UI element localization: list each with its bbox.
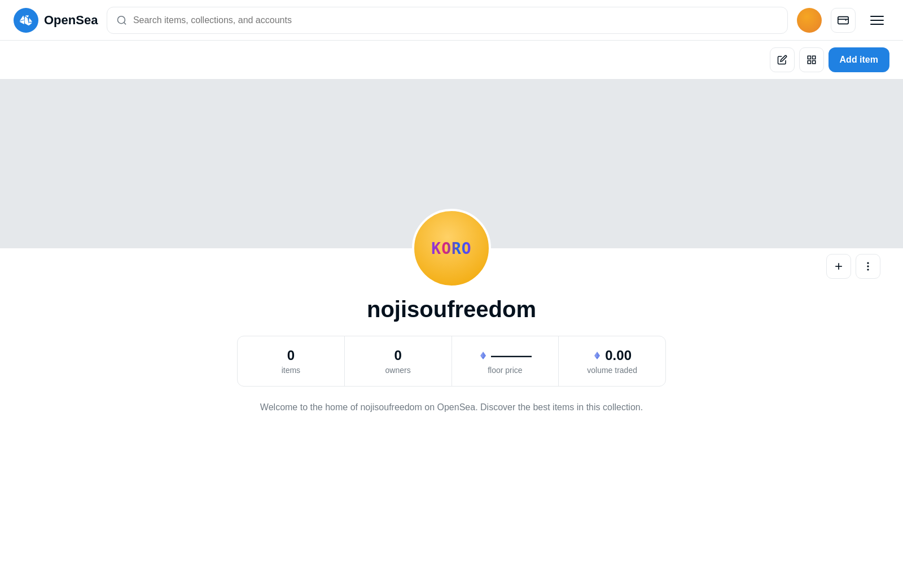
navbar: OpenSea xyxy=(0,0,903,41)
stat-floor-price: ——— floor price xyxy=(452,336,559,386)
svg-point-10 xyxy=(867,262,869,264)
collection-description: Welcome to the home of nojisoufreedom on… xyxy=(260,400,643,415)
svg-point-12 xyxy=(867,269,869,270)
hamburger-line xyxy=(870,24,884,25)
hamburger-menu-button[interactable] xyxy=(865,8,889,33)
add-to-watchlist-button[interactable] xyxy=(826,254,851,279)
stats-bar: 0 items 0 owners ——— floor price xyxy=(237,336,666,387)
floor-price-label: floor price xyxy=(488,366,522,375)
stat-owners: 0 owners xyxy=(345,336,452,386)
nav-right xyxy=(797,8,889,33)
eth-icon-volume xyxy=(593,351,602,360)
wallet-icon xyxy=(837,14,849,27)
collection-logo: KORO xyxy=(412,209,491,288)
owners-value: 0 xyxy=(394,348,401,363)
volume-traded-label: volume traded xyxy=(587,366,637,375)
items-label: items xyxy=(282,366,300,375)
collection-name: nojisoufreedom xyxy=(367,297,536,322)
avatar[interactable] xyxy=(797,8,822,33)
svg-point-1 xyxy=(118,16,125,23)
collection-actions xyxy=(826,254,880,279)
toolbar: Add item xyxy=(0,41,903,79)
svg-rect-3 xyxy=(838,16,848,24)
svg-line-2 xyxy=(124,22,126,24)
plus-icon xyxy=(833,261,844,272)
opensea-logo-text: OpenSea xyxy=(44,13,98,28)
edit-button[interactable] xyxy=(770,47,795,72)
svg-rect-7 xyxy=(812,61,815,64)
floor-price-value: ——— xyxy=(479,348,532,363)
eth-icon xyxy=(479,351,488,360)
more-options-button[interactable] xyxy=(856,254,880,279)
svg-rect-6 xyxy=(808,61,810,64)
search-icon xyxy=(116,15,128,26)
grid-view-button[interactable] xyxy=(799,47,824,72)
volume-traded-value: 0.00 xyxy=(593,348,632,363)
collection-logo-text: KORO xyxy=(431,239,471,258)
grid-icon xyxy=(806,55,817,65)
profile-section: KORO nojisoufreedom 0 items 0 owners xyxy=(0,248,903,426)
stat-items: 0 items xyxy=(238,336,345,386)
hamburger-line xyxy=(870,20,884,21)
svg-rect-5 xyxy=(812,56,815,59)
wallet-button[interactable] xyxy=(831,8,856,33)
pencil-icon xyxy=(777,55,787,65)
opensea-logo-icon xyxy=(14,8,38,33)
svg-point-11 xyxy=(867,266,869,267)
owners-label: owners xyxy=(385,366,411,375)
search-input[interactable] xyxy=(133,15,778,25)
opensea-logo[interactable]: OpenSea xyxy=(14,8,98,33)
dots-vertical-icon xyxy=(862,261,874,272)
hamburger-line xyxy=(870,16,884,17)
stat-volume-traded: 0.00 volume traded xyxy=(559,336,665,386)
items-value: 0 xyxy=(287,348,295,363)
search-bar[interactable] xyxy=(107,7,788,34)
add-item-button[interactable]: Add item xyxy=(829,47,889,72)
svg-rect-4 xyxy=(808,56,810,59)
